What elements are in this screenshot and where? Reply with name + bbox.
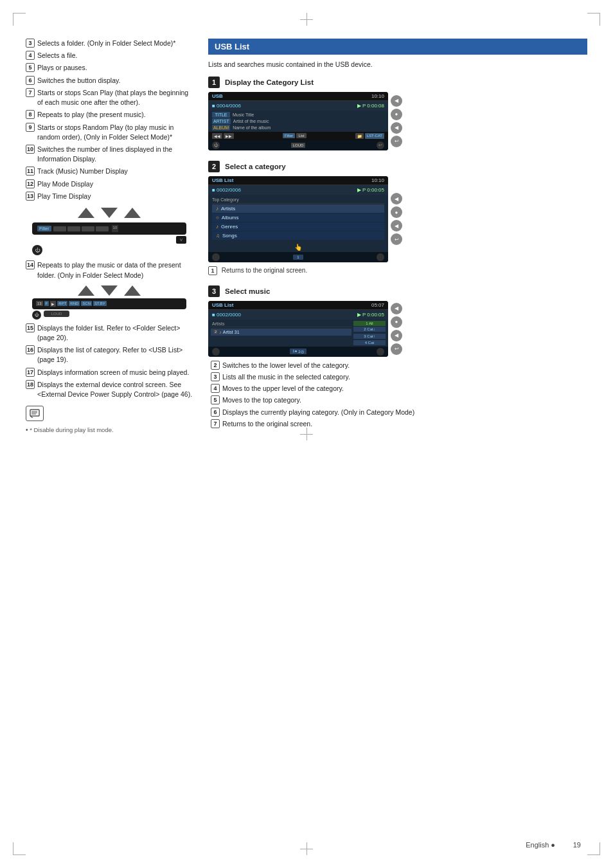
all-btn: 1 All [353, 321, 386, 326]
back-btn-icon: ↩ [377, 141, 384, 149]
screen1-duration: ▶ P 0:00:08 [357, 103, 384, 109]
note-svg-icon [30, 409, 40, 418]
songs-item: ♫ Songs [212, 231, 384, 240]
step-3-title: Select music [225, 287, 270, 295]
step-3-section: 3 Select music USB List 05:07 ■ 0002/000… [208, 285, 587, 429]
cat3-btn: 4 Cat [353, 340, 386, 345]
item-4-text: Selects a file. [37, 51, 77, 60]
item-17-text: Displays information screen of music bei… [37, 368, 189, 377]
screen1-artist: Artist of the music [233, 119, 269, 123]
badge-18: 18 [26, 380, 35, 389]
step-2-header: 2 Select a category [208, 161, 587, 172]
step-2-title: Select a category [225, 163, 286, 170]
item-10-text: Switches the number of lines displayed i… [37, 145, 193, 164]
badge-9: 9 [26, 123, 35, 132]
fldr-btn: F [44, 301, 49, 306]
sub-item-4: 4 Moves to the upper level of the catego… [211, 384, 587, 393]
list-item-4: 4 Selects a file. [26, 51, 193, 60]
side-buttons: ◀ ● ◀ ↩ [391, 92, 402, 150]
side2-btn-1: ◀ [391, 193, 402, 204]
btn-1-indicator: 1 [293, 255, 303, 260]
up-arrow-icon [76, 206, 96, 219]
sub-item-7: 7 Returns to the original screen. [211, 419, 587, 429]
item-9-text: Starts or stops Random Play (to play mus… [37, 123, 193, 142]
screen1-label: USB [212, 93, 223, 99]
footnote: • * Disable during play list mode. [26, 426, 193, 433]
sub-item-6: 6 Displays the currently playing categor… [211, 408, 587, 417]
svg-marker-1 [101, 208, 118, 218]
side-buttons-2: ◀ ● ◀ ↩ [391, 176, 402, 262]
list-item-18: 18 Displays the external device control … [26, 380, 193, 399]
step-1-header: 1 Display the Category List [208, 77, 587, 88]
step-2-badge: 2 [208, 161, 220, 172]
badge-11: 11 [26, 167, 35, 176]
up-arrow-icon2 [123, 206, 142, 219]
screen3-track: ■ 0002/0000 [212, 312, 241, 318]
svg-marker-5 [124, 285, 141, 296]
volume-indicator: V [176, 236, 186, 244]
list-items-top: 3 Selects a folder. (Only in Folder Sele… [26, 39, 193, 201]
up-arrow-icon3 [76, 284, 96, 297]
step-1-badge: 1 [208, 77, 220, 88]
list-items-bottom: 15 Displays the folder list. Refer to <F… [26, 323, 193, 400]
screen3-label: USB List [212, 302, 233, 308]
list-item-15: 15 Displays the folder list. Refer to <F… [26, 323, 193, 343]
badge-13: 13 [26, 192, 35, 201]
item-3-text: Selects a folder. (Only in Folder Select… [37, 39, 175, 48]
down-arrow-icon [100, 206, 119, 219]
step-3-sub-list: 2 Switches to the lower level of the cat… [211, 361, 587, 429]
cat-btn: 2 Cat↓ [353, 327, 386, 332]
side-buttons-3: ◀ ● ◀ ↩ [391, 301, 402, 357]
sub-badge-4: 4 [211, 384, 220, 393]
ctrl-btn-1: ◀◀ [212, 133, 222, 139]
up-arrow-icon4 [123, 284, 142, 297]
side-btn-4: ↩ [391, 136, 402, 147]
usb-list-header: USB List [208, 39, 587, 55]
filter-label: Filter [37, 226, 51, 231]
sub-item-5: 5 Moves to the top category. [211, 395, 587, 405]
item-6-text: Switches the button display. [37, 76, 120, 86]
down-arrow-icon2 [100, 284, 119, 297]
badge-4: 4 [26, 51, 35, 60]
badge-16: 16 [26, 345, 35, 354]
sub-item-7-text: Returns to the original screen. [222, 419, 312, 429]
badge-7: 7 [26, 88, 35, 97]
badge-17: 17 [26, 368, 35, 377]
sub-badge-7: 7 [211, 419, 220, 428]
item-7-text: Starts or stops Scan Play (that plays th… [37, 88, 193, 107]
sub-item-2: 2 Switches to the lower level of the cat… [211, 361, 587, 370]
btn-left-icon [212, 253, 220, 261]
returns-badge: 1 [208, 266, 217, 275]
sub-item-4-text: Moves to the upper level of the category… [222, 384, 344, 393]
screen3-time: 05:07 [371, 302, 384, 308]
ctrl-btn-2: ▶▶ [224, 133, 234, 139]
list-item-9: 9 Starts or stops Random Play (to play m… [26, 123, 193, 142]
step-1-title: Display the Category List [225, 78, 314, 86]
screen2-track: ■ 0002/0006 [212, 187, 241, 193]
side3-btn-3: ◀ [391, 330, 402, 341]
list-item-3: 3 Selects a folder. (Only in Folder Sele… [26, 39, 193, 48]
sub-item-5-text: Moves to the top category. [222, 395, 301, 405]
badge-3: 3 [26, 39, 35, 48]
item-10-marker: 10 [112, 225, 119, 232]
artist-item-2: 2 ♪ Artist 31 [211, 329, 351, 336]
badge-12: 12 [26, 179, 35, 188]
sub-badge-3: 3 [211, 372, 220, 381]
top-category-label: Top Category [212, 196, 384, 204]
note-box [26, 406, 193, 421]
sub-badge-5: 5 [211, 395, 220, 404]
sub-item-3: 3 Lists all the music in the selected ca… [211, 372, 587, 382]
sub-item-3-text: Lists all the music in the selected cate… [222, 372, 350, 382]
hand-pointer: 👆 [208, 242, 388, 252]
side3-btn-1: ◀ [391, 303, 402, 314]
album-btn: ALBUM [212, 125, 230, 131]
side-btn-1: ◀ [391, 95, 402, 107]
power-button-icon: ⏻ [32, 245, 42, 255]
btn-screen3-right-icon [377, 348, 384, 356]
side3-btn-4: ↩ [391, 343, 402, 355]
folder-btn: 📁 [355, 133, 364, 139]
list-btn: List [296, 133, 306, 138]
badge-10: 10 [26, 145, 35, 154]
item-13-text: Play Time Display [37, 192, 91, 201]
stdby-btn: ST.BY [93, 301, 107, 306]
